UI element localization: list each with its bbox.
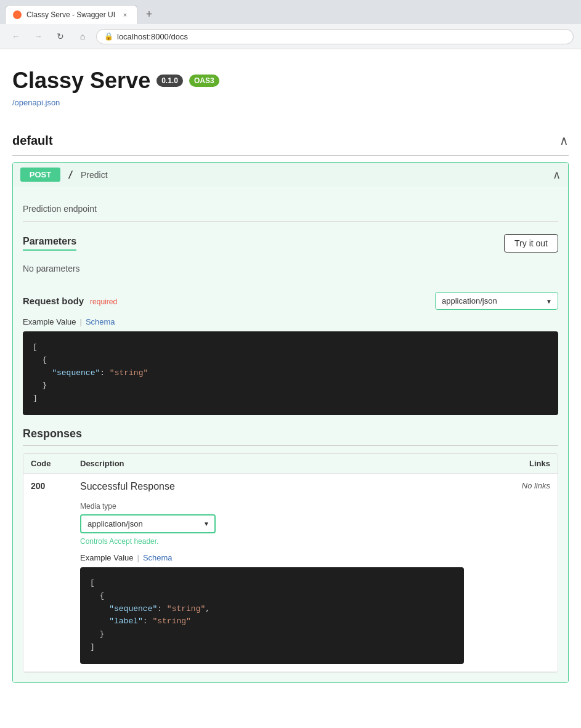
try-it-out-button[interactable]: Try it out xyxy=(504,234,558,253)
required-badge: required xyxy=(90,297,117,306)
endpoint-path: / xyxy=(68,169,73,180)
code-line-2: { xyxy=(33,354,548,367)
app-title-row: Classy Serve 0.1.0 OAS3 xyxy=(12,68,569,94)
response-tab-divider: | xyxy=(137,553,139,562)
request-example-value-tab[interactable]: Example Value xyxy=(23,317,76,326)
version-badge: 0.1.0 xyxy=(156,75,183,87)
responses-title: Responses xyxy=(23,427,558,446)
endpoint-summary: Predict xyxy=(81,170,108,180)
app-header: Classy Serve 0.1.0 OAS3 /openapi.json xyxy=(12,68,569,107)
endpoint-header[interactable]: POST / Predict ∧ xyxy=(13,163,568,187)
browser-chrome: Classy Serve - Swagger UI × + ← → ↻ ⌂ 🔒 … xyxy=(0,0,581,49)
code-line-4: } xyxy=(33,379,548,392)
response-desc-title: Successful Response xyxy=(80,481,464,492)
method-badge: POST xyxy=(20,168,60,182)
parameters-header: Parameters Try it out xyxy=(23,234,558,253)
parameters-title: Parameters xyxy=(23,236,76,251)
new-tab-button[interactable]: + xyxy=(140,6,158,23)
responses-table: Code Description Links 200 Successful Re… xyxy=(23,453,558,673)
resp-code-line-6: ] xyxy=(90,641,454,654)
page-content: Classy Serve 0.1.0 OAS3 /openapi.json de… xyxy=(0,49,581,708)
endpoint-post: POST / Predict ∧ Prediction endpoint Par… xyxy=(12,162,569,683)
responses-section: Responses Code Description Links 200 Suc… xyxy=(23,427,558,673)
address-bar: ← → ↻ ⌂ 🔒 localhost:8000/docs xyxy=(0,24,581,49)
home-button[interactable]: ⌂ xyxy=(74,28,91,45)
resp-code-line-5: } xyxy=(90,628,454,641)
request-example-tabs: Example Value | Schema xyxy=(23,317,558,326)
active-tab[interactable]: Classy Serve - Swagger UI × xyxy=(5,5,138,24)
controls-accept-text: Controls Accept header. xyxy=(80,537,464,546)
resp-code-line-1: [ xyxy=(90,577,454,590)
content-type-wrapper: application/json xyxy=(435,292,558,310)
request-code-block: [ { "sequence": "string" } ] xyxy=(23,331,558,415)
code-line-1: [ xyxy=(33,341,548,354)
endpoint-body: Prediction endpoint Parameters Try it ou… xyxy=(13,187,568,682)
app-title: Classy Serve xyxy=(12,68,150,94)
col-links: Links xyxy=(476,459,550,468)
resp-code-line-4: "label": "string" xyxy=(90,615,454,628)
spec-badge: OAS3 xyxy=(189,75,219,87)
endpoint-collapse-icon[interactable]: ∧ xyxy=(553,168,561,182)
response-description-cell: Successful Response Media type applicati… xyxy=(80,481,476,664)
request-schema-tab[interactable]: Schema xyxy=(86,317,115,326)
response-media-type-wrapper: application/json xyxy=(80,514,216,533)
endpoint-header-left: POST / Predict xyxy=(20,168,108,182)
responses-table-header: Code Description Links xyxy=(23,454,558,474)
code-line-3: "sequence": "string" xyxy=(33,367,548,380)
content-type-select[interactable]: application/json xyxy=(435,292,558,310)
openapi-link[interactable]: /openapi.json xyxy=(12,98,60,107)
response-example-tabs: Example Value | Schema xyxy=(80,553,464,562)
response-media-type-select[interactable]: application/json xyxy=(80,514,216,533)
parameters-section: Parameters Try it out No parameters xyxy=(23,234,558,280)
resp-code-line-3: "sequence": "string", xyxy=(90,603,454,616)
tab-bar: Classy Serve - Swagger UI × + xyxy=(0,0,581,24)
tab-divider: | xyxy=(79,317,81,326)
resp-code-line-2: { xyxy=(90,590,454,603)
tab-favicon xyxy=(13,10,22,19)
endpoint-description: Prediction endpoint xyxy=(23,196,558,222)
response-row-200: 200 Successful Response Media type appli… xyxy=(23,474,558,672)
default-section-title: default xyxy=(12,134,53,148)
default-section-header[interactable]: default ∧ xyxy=(12,126,569,156)
media-type-label: Media type xyxy=(80,502,464,511)
response-links: No links xyxy=(476,481,550,490)
url-lock-icon: 🔒 xyxy=(104,32,113,41)
default-collapse-icon[interactable]: ∧ xyxy=(559,133,569,148)
response-code-200: 200 xyxy=(31,481,80,491)
request-body-header: Request body required application/json xyxy=(23,292,558,310)
refresh-button[interactable]: ↻ xyxy=(52,28,69,45)
url-text: localhost:8000/docs xyxy=(117,32,188,41)
back-button[interactable]: ← xyxy=(7,28,25,45)
tab-close-button[interactable]: × xyxy=(120,10,130,20)
no-parameters-text: No parameters xyxy=(23,257,558,280)
response-code-block: [ { "sequence": "string", "label": "stri… xyxy=(80,567,464,664)
url-bar[interactable]: 🔒 localhost:8000/docs xyxy=(96,29,574,44)
request-body-title: Request body xyxy=(23,296,84,306)
code-line-5: ] xyxy=(33,392,548,405)
default-section: default ∧ POST / Predict ∧ Prediction en… xyxy=(12,126,569,683)
response-example-value-tab[interactable]: Example Value xyxy=(80,553,133,562)
forward-button[interactable]: → xyxy=(30,28,47,45)
col-code: Code xyxy=(31,459,80,468)
response-schema-tab[interactable]: Schema xyxy=(143,553,173,562)
request-body-title-row: Request body required xyxy=(23,296,117,306)
tab-title: Classy Serve - Swagger UI xyxy=(26,10,115,19)
request-body-section: Request body required application/json E… xyxy=(23,292,558,415)
col-description: Description xyxy=(80,459,476,468)
